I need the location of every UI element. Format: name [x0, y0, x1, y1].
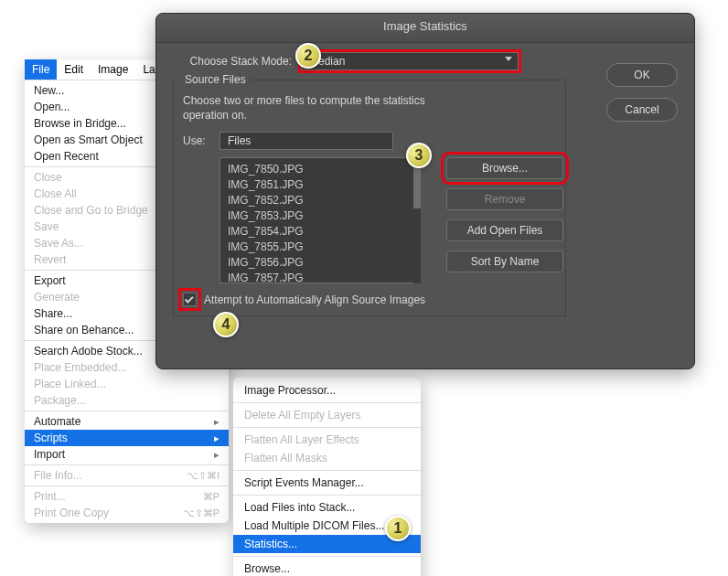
list-item[interactable]: IMG_7856.JPG [228, 255, 412, 271]
menubar-file[interactable]: File [25, 59, 57, 80]
sub-script-events[interactable]: Script Events Manager... [233, 474, 421, 492]
list-item[interactable]: IMG_7851.JPG [228, 177, 412, 193]
add-open-files-button[interactable]: Add Open Files [446, 219, 563, 241]
menubar-edit[interactable]: Edit [57, 59, 91, 80]
menu-print: Print...⌘P [25, 488, 229, 505]
menu-import[interactable]: Import▸ [25, 446, 229, 463]
auto-align-checkbox[interactable] [183, 293, 197, 306]
list-item[interactable]: IMG_7853.JPG [228, 208, 412, 224]
dialog-title: Image Statistics [156, 14, 694, 43]
browse-button[interactable]: Browse... [446, 157, 563, 179]
step-badge-3: 3 [406, 143, 432, 168]
separator [233, 556, 421, 557]
shortcut-label: ⌘P [203, 491, 219, 503]
list-item[interactable]: IMG_7857.JPG [228, 271, 412, 283]
chevron-right-icon: ▸ [214, 449, 219, 461]
chevron-down-icon [505, 57, 512, 61]
dialog-image-statistics: Image Statistics OK Cancel Choose Stack … [155, 13, 695, 369]
menu-place-linked: Place Linked... [25, 376, 229, 392]
menu-package: Package... [25, 392, 229, 409]
list-item[interactable]: IMG_7850.JPG [228, 162, 412, 177]
step-badge-4: 4 [213, 312, 239, 337]
cancel-button[interactable]: Cancel [606, 98, 678, 122]
separator [233, 427, 421, 428]
menu-print-one: Print One Copy⌥⇧⌘P [25, 505, 229, 521]
sort-by-name-button[interactable]: Sort By Name [446, 251, 563, 272]
scripts-submenu: Image Processor... Delete All Empty Laye… [233, 378, 421, 576]
ok-button[interactable]: OK [606, 63, 678, 87]
chevron-right-icon: ▸ [214, 416, 219, 428]
separator [25, 411, 229, 411]
sub-flatten-fx: Flatten All Layer Effects [233, 431, 421, 449]
shortcut-label: ⌥⇧⌘I [187, 470, 219, 482]
source-desc: Choose two or more files to compute the … [183, 93, 556, 123]
separator [233, 495, 421, 496]
chevron-right-icon: ▸ [214, 432, 219, 444]
list-item[interactable]: IMG_7854.JPG [228, 224, 412, 240]
separator [233, 470, 421, 471]
stack-mode-label: Choose Stack Mode: [173, 55, 301, 68]
sub-delete-empty: Delete All Empty Layers [233, 406, 421, 424]
sub-flatten-masks: Flatten All Masks [233, 449, 421, 467]
menu-scripts[interactable]: Scripts▸ [25, 430, 229, 446]
auto-align-label: Attempt to Automatically Align Source Im… [204, 293, 425, 306]
stack-mode-dropdown[interactable]: Median [301, 52, 519, 70]
separator [25, 485, 229, 486]
sub-image-processor[interactable]: Image Processor... [233, 381, 421, 400]
menubar-image[interactable]: Image [91, 59, 135, 80]
list-item[interactable]: IMG_7855.JPG [228, 240, 412, 255]
step-badge-2: 2 [295, 43, 321, 69]
source-files-legend: Source Files [181, 73, 250, 86]
list-item[interactable]: IMG_7852.JPG [228, 193, 412, 208]
use-value: Files [228, 134, 251, 147]
file-list[interactable]: IMG_7850.JPG IMG_7851.JPG IMG_7852.JPG I… [219, 157, 421, 283]
remove-button: Remove [446, 188, 563, 210]
sub-load-stack[interactable]: Load Files into Stack... [233, 498, 421, 517]
step-badge-1: 1 [385, 516, 411, 541]
menu-file-info: File Info...⌥⇧⌘I [25, 467, 229, 484]
shortcut-label: ⌥⇧⌘P [183, 507, 219, 519]
separator [25, 464, 229, 465]
sub-browse[interactable]: Browse... [233, 560, 421, 576]
source-files-group: Source Files Choose two or more files to… [173, 80, 566, 316]
menu-automate[interactable]: Automate▸ [25, 413, 229, 430]
use-label: Use: [183, 134, 209, 147]
separator [233, 402, 421, 403]
use-dropdown[interactable]: Files [219, 132, 393, 150]
check-icon [185, 294, 194, 304]
